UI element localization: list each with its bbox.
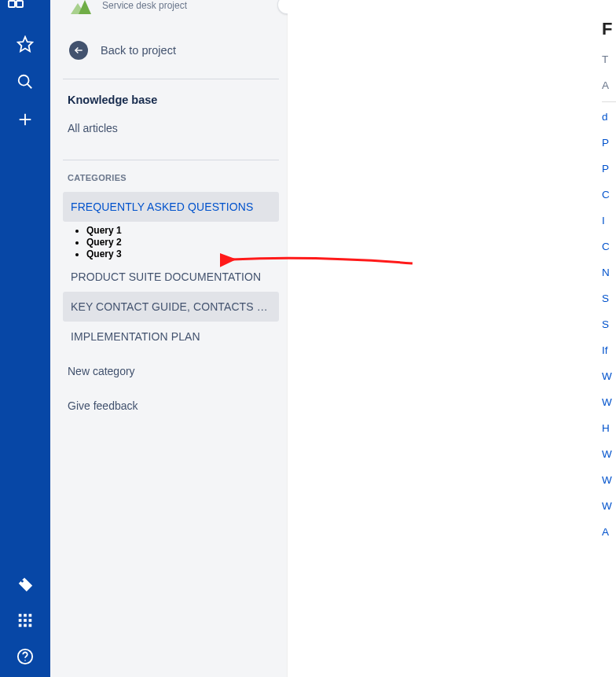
- kb-title: Knowledge base: [63, 94, 279, 106]
- divider: [602, 101, 616, 102]
- tag-icon[interactable]: [16, 575, 35, 594]
- svg-rect-13: [24, 624, 27, 627]
- project-sidebar: Service desk project Back to project Kno…: [50, 0, 288, 677]
- category-item[interactable]: IMPLEMENTATION PLAN: [63, 322, 279, 351]
- article-link-peek[interactable]: S: [599, 285, 616, 311]
- svg-point-16: [24, 660, 25, 660]
- product-switcher-icon[interactable]: [16, 0, 35, 6]
- category-item[interactable]: KEY CONTACT GUIDE, CONTACTS & E....: [63, 292, 279, 322]
- svg-rect-10: [24, 619, 27, 622]
- svg-rect-12: [19, 624, 22, 627]
- article-link-peek[interactable]: If: [599, 337, 616, 363]
- headline-letter: F: [599, 19, 616, 39]
- svg-point-1: [19, 75, 29, 86]
- article-link-peek[interactable]: W: [599, 493, 616, 519]
- svg-rect-14: [29, 624, 32, 627]
- kb-all-articles[interactable]: All articles: [63, 122, 279, 134]
- back-label: Back to project: [101, 44, 176, 57]
- faq-queries: Query 1Query 2Query 3: [63, 222, 279, 262]
- article-link-peek[interactable]: I: [599, 208, 616, 234]
- faq-query-item: Query 1: [86, 225, 279, 237]
- article-link-peek[interactable]: A: [599, 519, 616, 545]
- category-item[interactable]: FREQUENTLY ASKED QUESTIONS: [63, 192, 279, 222]
- svg-marker-0: [18, 37, 32, 51]
- project-type-label: Service desk project: [102, 0, 187, 11]
- categories-heading: CATEGORIES: [63, 160, 279, 192]
- article-link-peek[interactable]: C: [599, 234, 616, 259]
- article-link-peek[interactable]: C: [599, 182, 616, 208]
- svg-line-2: [28, 84, 32, 89]
- search-icon[interactable]: [16, 72, 35, 91]
- give-feedback-link[interactable]: Give feedback: [63, 391, 279, 421]
- plus-icon[interactable]: [16, 110, 35, 129]
- svg-rect-7: [24, 614, 27, 617]
- svg-point-5: [21, 580, 24, 583]
- new-category-link[interactable]: New category: [63, 356, 279, 386]
- article-link-peek[interactable]: P: [599, 156, 616, 182]
- global-nav-rail: [0, 0, 50, 677]
- svg-rect-11: [29, 619, 32, 622]
- article-link-peek: T: [599, 39, 616, 72]
- article-link-peek[interactable]: W: [599, 441, 616, 467]
- article-link-peek[interactable]: P: [599, 130, 616, 156]
- category-item[interactable]: PRODUCT SUITE DOCUMENTATION: [63, 262, 279, 292]
- article-link-peek[interactable]: W: [599, 389, 616, 415]
- article-list-peek: F TAdPPCICNSSIfWWHWWWA: [599, 0, 616, 677]
- article-link-peek[interactable]: H: [599, 415, 616, 441]
- back-arrow-icon: [69, 41, 88, 60]
- faq-query-item: Query 3: [86, 248, 279, 260]
- back-to-project[interactable]: Back to project: [63, 33, 279, 68]
- appswitcher-icon[interactable]: [16, 611, 35, 630]
- star-icon[interactable]: [16, 35, 35, 53]
- svg-rect-6: [19, 614, 22, 617]
- svg-rect-9: [19, 619, 22, 622]
- project-header[interactable]: Service desk project: [63, 0, 279, 24]
- article-link-peek[interactable]: W: [599, 363, 616, 389]
- article-link-peek: A: [599, 72, 616, 98]
- project-avatar: [71, 0, 91, 16]
- svg-rect-8: [29, 614, 32, 617]
- help-icon[interactable]: [16, 647, 35, 666]
- article-link-peek[interactable]: d: [599, 104, 616, 130]
- main-content: F TAdPPCICNSSIfWWHWWWA: [288, 0, 616, 677]
- article-link-peek[interactable]: S: [599, 311, 616, 337]
- article-link-peek[interactable]: W: [599, 467, 616, 493]
- article-link-peek[interactable]: N: [599, 259, 616, 285]
- faq-query-item: Query 2: [86, 237, 279, 248]
